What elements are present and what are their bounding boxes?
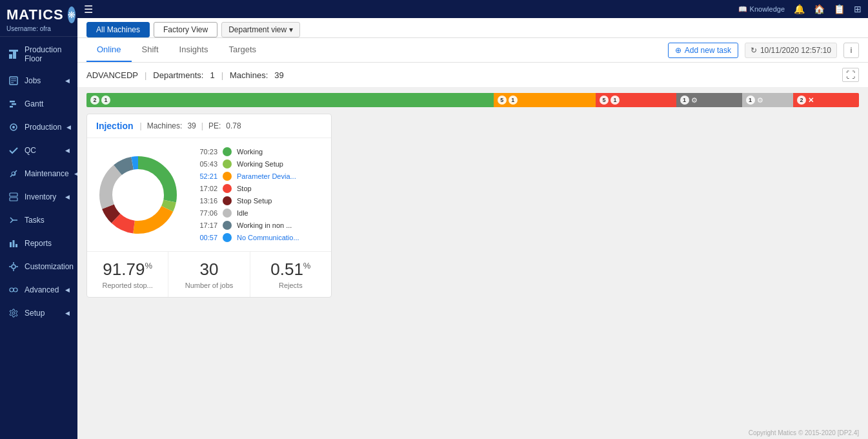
status-strip: 2 1 5 1 5 1 1 ⚙ 1 ⚙ 2 ✕ [86,93,859,107]
sidebar-item-gantt[interactable]: Gantt [0,92,77,116]
info-bar: ADVANCEDP | Departments: 1 | Machines: 3… [77,63,868,88]
strip-badge-nocomm-1: 2 [797,96,806,105]
sidebar-item-setup[interactable]: Setup ◀ [0,301,77,325]
home-icon[interactable]: 🏠 [814,4,825,14]
svg-rect-1 [13,52,16,59]
add-task-button[interactable]: ⊕ Add new task [668,43,738,58]
sidebar-label-production-floor: Production Floor [25,45,70,63]
copyright: Copyright Matics © 2015-2020 [DP2.4] [77,427,868,439]
legend-item-working-setup: 05:43 Working Setup [193,159,322,168]
topbar-left: ☰ [84,3,93,15]
sidebar-label-tasks: Tasks [25,216,45,225]
dept-link[interactable]: Injection [96,121,134,131]
legend-label-no-comm: No Communicatio... [237,234,299,241]
donut-svg [96,153,180,237]
add-task-plus-icon: ⊕ [675,46,681,55]
jobs-arrow-icon: ◀ [65,77,70,84]
legend-dot-working-non [223,221,232,230]
stat-value-rejects: 0.51% [257,260,325,280]
strip-badge-working-1: 2 [90,96,99,105]
legend-time-no-comm: 00:57 [193,234,217,241]
legend-label-working-setup: Working Setup [237,160,283,168]
view-bar: All Machines Factory View Department vie… [77,18,868,38]
legend-dot-stop-setup [223,196,232,205]
inventory-icon [8,191,19,203]
sidebar-item-production[interactable]: Production ◀ [0,116,77,139]
stat-reported-stop: 91.79% Reported stop... [87,252,168,297]
sidebar-nav: Production Floor Jobs ◀ Gantt Production… [0,37,77,439]
knowledge-link[interactable]: 📖 Knowledge [738,5,785,14]
advanced-arrow-icon: ◀ [65,287,70,293]
logo-icon: ❋ [68,6,76,23]
svg-point-24 [10,288,14,292]
sidebar-item-tasks[interactable]: Tasks [0,209,77,232]
sidebar-item-jobs[interactable]: Jobs ◀ [0,69,77,92]
legend-item-working-non: 17:17 Working in non ... [193,221,322,230]
tab-shift[interactable]: Shift [132,38,169,62]
grid-icon[interactable]: ⊞ [854,4,862,14]
svg-rect-0 [9,54,12,59]
clipboard-icon[interactable]: 📋 [834,4,845,14]
strip-parameter: 5 1 [494,93,596,107]
legend-dot-working [223,147,232,156]
legend-dot-stop [223,184,232,193]
info-button[interactable]: i [843,43,859,58]
gear-icon-1: ⚙ [691,96,698,105]
all-machines-button[interactable]: All Machines [86,22,150,37]
dept-header: Injection | Machines: 39 | PE: 0.78 [87,114,331,138]
svg-rect-7 [10,101,15,103]
legend-label-working-non: Working in non ... [237,221,292,229]
strip-idle1: 1 ⚙ [676,93,742,107]
production-arrow-icon: ◀ [66,124,71,130]
stats-row: 91.79% Reported stop... 30 Number of job… [87,251,331,297]
hamburger-menu-icon[interactable]: ☰ [84,3,93,15]
svg-rect-8 [12,103,16,105]
tab-insights[interactable]: Insights [169,38,219,62]
dept-machines-count: 39 [187,121,196,130]
expand-icon[interactable]: ⛶ [842,68,859,82]
svg-point-26 [12,312,15,314]
legend-time-stop-setup: 13:16 [193,197,217,205]
strip-working: 2 1 [86,93,494,107]
production-icon [8,121,19,133]
legend-label-stop-setup: Stop Setup [237,197,272,205]
legend-item-no-comm: 00:57 No Communicatio... [193,233,322,242]
svg-rect-14 [10,198,17,201]
department-view-dropdown[interactable]: Department view ▾ [221,22,300,37]
legend-label-idle: Idle [237,209,248,217]
legend-dot-param-dev [223,172,232,181]
knowledge-icon: 📖 [738,5,747,14]
setup-arrow-icon: ◀ [65,310,70,316]
legend-time-working-non: 17:17 [193,221,217,229]
tasks-icon [8,214,19,226]
departments-label: Departments: [153,70,203,80]
tabs-bar: Online Shift Insights Targets ⊕ Add new … [77,38,868,63]
stat-label-number-of-jobs: Number of jobs [175,281,243,289]
factory-view-button[interactable]: Factory View [154,22,217,37]
sidebar-item-advanced[interactable]: Advanced ◀ [0,278,77,301]
sidebar-label-reports: Reports [25,239,52,248]
main-content: ☰ 📖 Knowledge 🔔 🏠 📋 ⊞ All Machines Facto… [77,0,868,439]
strip-badge-working-2: 1 [101,96,110,105]
tab-online[interactable]: Online [86,38,132,62]
production-floor-icon [8,48,19,60]
strip-idle2: 1 ⚙ [742,93,794,107]
svg-rect-18 [15,244,17,247]
svg-point-19 [12,265,15,269]
sidebar-item-maintenance[interactable]: Maintenance ◀ [0,162,77,185]
datetime-display[interactable]: ↻ 10/11/2020 12:57:10 [745,43,837,58]
sidebar-label-customization: Customization [25,262,74,271]
notification-icon[interactable]: 🔔 [794,4,805,14]
svg-rect-9 [10,106,13,108]
sidebar-item-inventory[interactable]: Inventory ◀ [0,185,77,209]
strip-badge-parameter-1: 5 [498,96,507,105]
sidebar-label-setup: Setup [25,309,45,318]
legend-dot-idle [223,209,232,218]
tab-targets[interactable]: Targets [218,38,267,62]
sidebar-label-jobs: Jobs [25,76,41,85]
knowledge-label: Knowledge [750,5,785,13]
sidebar-item-qc[interactable]: QC ◀ [0,139,77,162]
sidebar-item-production-floor[interactable]: Production Floor [0,39,77,69]
sidebar-item-reports[interactable]: Reports [0,232,77,255]
sidebar-item-customization[interactable]: Customization ◀ [0,255,77,278]
